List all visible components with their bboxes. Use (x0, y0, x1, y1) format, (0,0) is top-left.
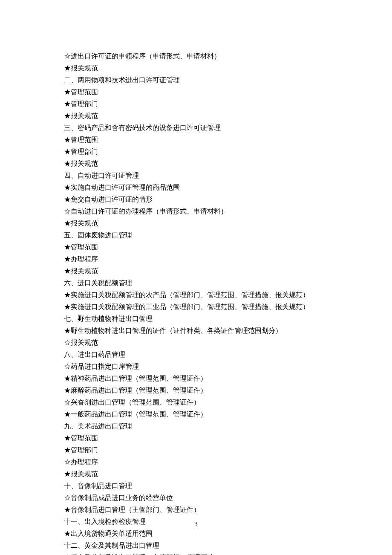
outline-line: ★实施进口关税配额管理的农产品（管理部门、管理范围、管理措施、报关规范） (64, 289, 328, 301)
outline-line: ★管理范围 (64, 86, 328, 98)
outline-line: 十、音像制品进口管理 (64, 480, 328, 492)
outline-line: 八、进出口药品管理 (64, 349, 328, 361)
outline-line: ★管理部门 (64, 98, 328, 110)
outline-line: ☆报关规范 (64, 337, 328, 349)
outline-line: ★报关规范 (64, 110, 328, 122)
outline-line: ★管理范围 (64, 134, 328, 146)
outline-line: ★实施自动进口许可证管理的商品范围 (64, 182, 328, 194)
outline-line: ★出入境货物通关单适用范围 (64, 528, 328, 540)
outline-line: ★办理程序 (64, 253, 328, 265)
outline-line: ★报关规范 (64, 468, 328, 480)
outline-line: ★精神药品进出口管理（管理范围、管理证件） (64, 373, 328, 384)
outline-line: ☆自动进口许可证的办理程序（申请形式、申请材料） (64, 205, 328, 217)
outline-line: 五、固体废物进口管理 (64, 229, 328, 241)
outline-line: ☆音像制品成品进口业务的经营单位 (64, 492, 328, 504)
outline-line: ★免交自动进口许可证的情形 (64, 194, 328, 205)
outline-line: ☆办理程序 (64, 456, 328, 468)
page-number: 3 (0, 518, 392, 529)
outline-line: ★管理范围 (64, 432, 328, 444)
outline-line: ★黄金及其制品进出口管理（主管部门、管理证件） (64, 552, 328, 555)
outline-line: ★报关规范 (64, 158, 328, 170)
outline-line: ★一般药品进出口管理（管理范围、管理证件） (64, 408, 328, 420)
outline-line: ★管理范围 (64, 241, 328, 253)
outline-line: ★野生动植物种进出口管理的证件（证件种类、各类证件管理范围划分） (64, 325, 328, 337)
outline-line: ☆药品进口指定口岸管理 (64, 361, 328, 373)
outline-line: ★管理部门 (64, 444, 328, 456)
outline-line: 九、美术品进出口管理 (64, 420, 328, 432)
outline-line: ★音像制品进口管理（主管部门、管理证件） (64, 504, 328, 516)
outline-line: ★报关规范 (64, 62, 328, 74)
outline-line: ★报关规范 (64, 265, 328, 277)
outline-line: 二、两用物项和技术进出口许可证管理 (64, 74, 328, 86)
outline-line: 七、野生动植物种进出口管理 (64, 313, 328, 325)
outline-line: ☆兴奋剂进出口管理（管理范围、管理证件） (64, 396, 328, 408)
outline-line: ★实施进口关税配额管理的工业品（管理部门、管理范围、管理措施、报关规范） (64, 301, 328, 313)
outline-line: ★麻醉药品进出口管理（管理范围、管理证件） (64, 384, 328, 396)
outline-line: 四、自动进口许可证管理 (64, 170, 328, 182)
outline-line: ★管理部门 (64, 146, 328, 158)
outline-line: 十二、黄金及其制品进出口管理 (64, 540, 328, 552)
outline-line: ☆进出口许可证的申领程序（申请形式、申请材料） (64, 50, 328, 62)
outline-line: ★报关规范 (64, 217, 328, 229)
outline-line: 六、进口关税配额管理 (64, 277, 328, 289)
outline-line: 三、密码产品和含有密码技术的设备进口许可证管理 (64, 122, 328, 134)
document-content: ☆进出口许可证的申领程序（申请形式、申请材料） ★报关规范 二、两用物项和技术进… (0, 0, 392, 555)
